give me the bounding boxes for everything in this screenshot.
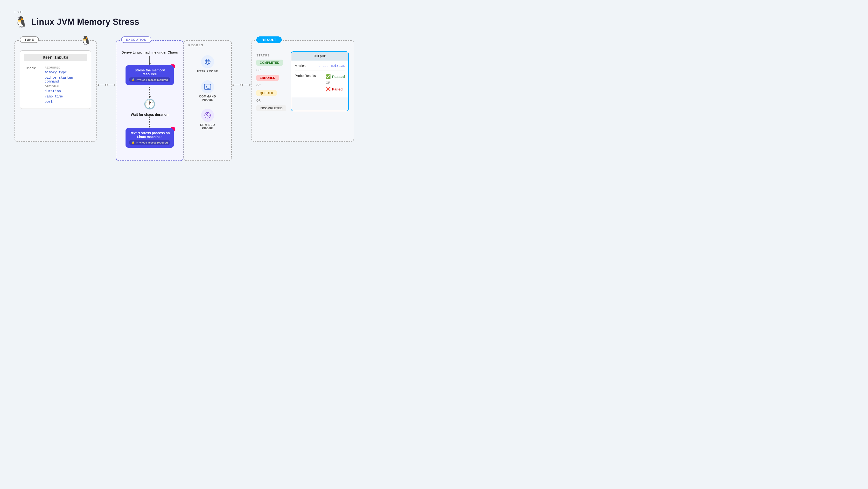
execution-flow: Derive Linux machine under Chaos Stress … — [121, 48, 178, 150]
page-title: Linux JVM Memory Stress — [31, 17, 139, 27]
command-probe-name: COMMANDPROBE — [199, 95, 216, 102]
probe-failed: ❌ Failed — [326, 86, 345, 92]
command-probe-icon — [201, 80, 214, 93]
tune-item-pid: pid or startup command — [45, 76, 87, 84]
or-3: OR — [256, 99, 286, 102]
probes-section: PROBES HTTP PROBE — [183, 40, 232, 161]
result-layout: STATUS COMPLETED OR ERRORED OR QUEUED OR… — [256, 52, 349, 111]
exec-step3: Wait for chaos duration — [131, 113, 168, 117]
status-badges: COMPLETED OR ERRORED OR QUEUED OR INCOMP… — [256, 60, 286, 111]
probe-item-srm: SRM SLOPROBE — [200, 109, 215, 130]
tune-item-port: port — [45, 100, 87, 104]
metrics-value: chaos metrics — [318, 64, 345, 68]
status-errored: ERRORED — [256, 75, 279, 81]
tunable-row: Tunable REQUIRED memory type pid or star… — [24, 65, 87, 105]
tunable-label: Tunable — [24, 65, 41, 70]
exec-step1: Derive Linux machine under Chaos — [121, 51, 178, 54]
svg-rect-5 — [205, 84, 211, 90]
exec-arrow-3 — [149, 117, 150, 126]
or-2: OR — [256, 84, 286, 87]
result-section: RESULT STATUS COMPLETED OR ERRORED OR QU… — [251, 40, 354, 141]
exec-arrow-1 — [149, 56, 150, 63]
execution-section: EXECUTION Derive Linux machine under Cha… — [116, 40, 183, 161]
tune-linux-icon: 🐧 — [81, 35, 91, 45]
pink-corner-2 — [171, 127, 175, 131]
check-icon: ✅ — [326, 74, 331, 79]
probe-item-http: HTTP PROBE — [197, 55, 218, 73]
diagram-container: TUNE 🐧 User Inputs Tunable REQUIRED memo… — [14, 40, 854, 161]
clock-icon: 🕐 — [144, 98, 156, 110]
probes-to-result-arrow — [232, 40, 251, 86]
user-inputs-box: User Inputs Tunable REQUIRED memory type… — [20, 51, 91, 109]
probes-list: HTTP PROBE COMMANDPROBE — [188, 55, 227, 130]
status-completed: COMPLETED — [256, 60, 283, 66]
output-header: Output — [291, 52, 348, 61]
status-title: STATUS — [256, 54, 286, 57]
metrics-row: Metrics chaos metrics — [295, 64, 345, 70]
http-probe-icon — [201, 55, 214, 68]
exec-arrow-2 — [149, 87, 150, 97]
required-label: REQUIRED — [45, 66, 87, 69]
tune-item-memory-type: memory type — [45, 70, 87, 74]
x-icon: ❌ — [326, 86, 331, 92]
probe-results-label: Probe Results — [295, 74, 316, 78]
status-column: STATUS COMPLETED OR ERRORED OR QUEUED OR… — [256, 54, 286, 111]
tune-section: TUNE 🐧 User Inputs Tunable REQUIRED memo… — [14, 40, 97, 141]
lock-icon-1: 🔒 — [131, 78, 135, 81]
fault-label: Fault — [14, 10, 854, 14]
tune-item-ramp-time: ramp time — [45, 95, 87, 98]
status-incompleted: INCOMPLETED — [256, 105, 286, 111]
tunable-content: REQUIRED memory type pid or startup comm… — [45, 65, 87, 105]
result-badge: RESULT — [256, 36, 282, 43]
tune-item-duration: duration — [45, 89, 87, 93]
exec-step2-box: Stress the memory resource 🔒 Privilege a… — [126, 65, 174, 85]
optional-label: OPTIONAL — [45, 85, 87, 88]
probes-label: PROBES — [188, 44, 204, 47]
srm-probe-icon — [201, 109, 214, 122]
probe-or: OR — [326, 81, 345, 85]
tune-badge: TUNE — [20, 36, 39, 43]
execution-badge: EXECUTION — [121, 36, 151, 43]
lock-icon-2: 🔒 — [131, 141, 135, 144]
user-inputs-title: User Inputs — [24, 54, 87, 61]
output-body: Metrics chaos metrics Probe Results ✅ Pa… — [291, 61, 348, 97]
priv-badge-2: 🔒 Privilege access required — [129, 140, 170, 145]
probe-results-row: Probe Results ✅ Passed OR ❌ Failed — [295, 74, 345, 94]
status-queued: QUEUED — [256, 90, 277, 96]
srm-probe-name: SRM SLOPROBE — [200, 123, 215, 130]
probe-item-command: COMMANDPROBE — [199, 80, 216, 102]
exec-step3-container: 🕐 Wait for chaos duration — [131, 97, 168, 117]
exec-step4-box: Revert stress process on Linux machines … — [126, 128, 174, 148]
pink-corner-1 — [171, 64, 175, 68]
svg-point-8 — [207, 113, 208, 115]
or-1: OR — [256, 68, 286, 72]
http-probe-name: HTTP PROBE — [197, 70, 218, 73]
probe-passed: ✅ Passed — [326, 74, 345, 79]
output-box: Output Metrics chaos metrics Probe Resul… — [291, 52, 349, 111]
probe-results-values: ✅ Passed OR ❌ Failed — [326, 74, 345, 92]
tune-to-execution-arrow — [97, 40, 116, 86]
linux-penguin-icon: 🐧 — [14, 16, 28, 28]
metrics-label: Metrics — [295, 64, 306, 68]
priv-badge-1: 🔒 Privilege access required — [129, 77, 170, 82]
